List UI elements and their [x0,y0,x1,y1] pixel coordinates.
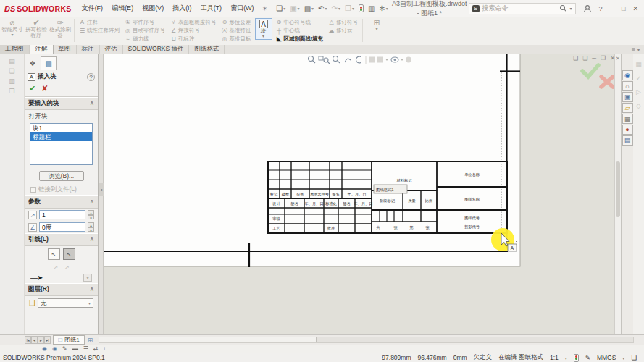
horizontal-scrollbar[interactable] [99,337,634,343]
feature-tree-flyout-icon[interactable]: ❐ [8,88,17,95]
hide-edge-icon[interactable]: ⇄ [93,345,99,352]
vertical-scroll-thumb[interactable] [616,161,620,217]
hide-show-items-icon[interactable] [377,57,383,63]
view-palette-icon[interactable]: ▦ [622,114,633,124]
zoom-fit-icon[interactable] [309,56,314,62]
print-button[interactable]: ▤▾ [302,3,316,14]
pin-menu-icon[interactable]: ✶ [262,5,268,12]
panel-collapse-handle[interactable]: ◂ [99,183,104,196]
maximize-button[interactable]: □ [622,5,625,12]
tab-evaluate[interactable]: 评估 [100,45,123,54]
undo-button[interactable]: ↶▾ [316,3,329,14]
ribbon-item-magnetic-line[interactable]: ≈磁力线 [123,35,167,43]
ribbon-item-smart-dimension[interactable]: ⌀ 智能尺寸 ▾ [1,18,23,37]
feature-tree-flyout-icon[interactable]: ❏ [8,67,17,75]
doc-minimize-button[interactable]: ─ [592,55,596,62]
arrowhead-style-icon[interactable]: —➤ [30,274,81,282]
hide-show-annotations-icon[interactable]: ◉ [42,345,47,352]
sheet-scale-value[interactable]: 1:1 [550,354,559,361]
options-button[interactable]: ✻▾ [377,3,390,14]
leader-bent-icon[interactable]: ↗ [64,264,70,271]
ribbon-options-icon[interactable]: ≡ [632,46,635,53]
drawing-canvas[interactable]: 标记 处数 分区 更改文件号 签名 年、月、日 设计 签名 年、月、日 标准化 … [104,54,614,334]
select-button[interactable]: ❐▾ [343,3,356,14]
ribbon-item-linear-note-pattern[interactable]: ☰线性注释阵列 [78,27,121,35]
group-parameters[interactable]: 参数 ∧ [25,195,98,209]
line-color-icon[interactable]: ✎ [62,345,67,352]
doc-page-icon[interactable]: ❏ [573,55,578,62]
line-style-icon[interactable]: ☰ [83,345,88,352]
browse-button[interactable]: 浏览(B)... [39,171,84,181]
tab-drawing[interactable]: 工程图 [0,45,30,54]
tab-annotation[interactable]: 注解 [30,45,54,54]
no-leader-toggle-selected[interactable]: ↖ [63,248,75,260]
tab-sheet-format[interactable]: 图纸格式 [189,45,225,54]
redraw-icon[interactable] [356,56,361,63]
menu-edit[interactable]: 编辑(E) [107,1,138,16]
ribbon-item-note[interactable]: A注释 [78,18,121,27]
panel-splitter[interactable]: ◂ [99,54,104,334]
ribbon-item-spell-checker[interactable]: ✔ 拼写检验程序 [25,18,47,39]
edit-sheet-format-icon[interactable]: ✎ [585,354,590,361]
layer-select[interactable]: 无 ▾ [38,298,93,308]
ribbon-item-center-mark[interactable]: ⊕中心符号线 [275,18,325,27]
scale-spinner[interactable]: ▴▾ [88,210,94,219]
ribbon-item-revision-symbol[interactable]: △修订符号 [327,18,359,27]
zoom-area-icon[interactable] [319,56,323,60]
ribbon-item-block-active[interactable]: A 块 ▾ [255,18,272,40]
ribbon-item-weld-symbol[interactable]: ∠焊接符号 [169,27,218,35]
file-properties-button[interactable]: ▥ [366,3,377,14]
display-style-icon[interactable] [369,57,375,63]
scroll-close-icon[interactable]: ✕ [615,54,621,62]
list-item-block1[interactable]: 块1 [30,124,92,132]
doc-restore-button[interactable]: ❐ [601,55,606,62]
sheet-tab-active[interactable]: ❏ 图纸1 [53,335,85,345]
ribbon-options-dropdown-icon[interactable]: ▾ [637,47,640,52]
leader-toggle[interactable]: ↖ [48,248,60,260]
dropdown-icon[interactable] [401,59,403,61]
group-blocks-to-insert[interactable]: 要插入的块 ∧ [25,97,98,110]
next-sheet-button[interactable]: ▸ [38,336,44,344]
doc-page-icon[interactable]: ❏ [582,55,587,62]
ribbon-item-revision-cloud[interactable]: ☁修订云 [327,27,359,35]
ribbon-item-gtol[interactable]: ⊕形位公差 [220,18,253,27]
units-dropdown-icon[interactable]: ▾ [622,355,624,361]
group-leader[interactable]: 引线(L) ∧ [25,233,98,246]
horizontal-scroll-thumb[interactable] [99,337,317,342]
last-sheet-button[interactable]: ▸| [44,336,51,344]
menu-tools[interactable]: 工具(T) [196,1,227,16]
redo-button[interactable]: ↷▾ [330,3,343,14]
minimize-button[interactable]: ─ [610,5,614,12]
rotation-spinner[interactable]: ▴▾ [88,222,94,232]
group-layer[interactable]: 图层(R) ∧ [25,283,98,296]
pm-ok-icon[interactable]: ✔ [29,84,35,93]
tab-sketch[interactable]: 草图 [54,45,77,54]
ribbon-item-auto-balloon[interactable]: ◎自动零件序号 [123,27,167,35]
list-item-title-block-selected[interactable]: 标题栏 [30,132,92,141]
confirmation-corner[interactable] [582,65,613,87]
ribbon-item-surface-finish[interactable]: √表面粗糙度符号 [169,18,218,27]
menu-insert[interactable]: 插入(I) [168,1,196,16]
prev-sheet-button[interactable]: ◂ [31,336,38,344]
view-orientation-icon[interactable] [406,57,411,63]
unit-system-value[interactable]: MMGS [597,354,616,361]
scale-dropdown-icon[interactable]: ▾ [565,355,567,361]
ribbon-item-tables[interactable]: ⊞ ▾ [366,18,388,31]
ribbon-item-area-hatch[interactable]: ◣区域剖面线/填充 [275,35,325,43]
feature-tree-flyout-icon[interactable]: ▥ [8,77,17,85]
hide-show-annotations-icon[interactable]: ◉ [52,345,57,352]
pm-cancel-icon[interactable]: ✘ [41,84,48,93]
search-icon[interactable] [559,4,567,12]
feature-tree-flyout-icon[interactable]: ▤ [8,57,17,64]
login-user-icon[interactable] [583,4,592,13]
vertical-scrollbar[interactable]: ✕ [614,54,621,334]
zoom-inout-icon[interactable] [333,56,338,62]
menu-window[interactable]: 窗口(W) [226,1,259,16]
feature-manager-tab[interactable]: ❖ [25,56,41,70]
solidworks-resources-icon[interactable]: ◉ [622,70,633,80]
menu-file[interactable]: 文件(F) [78,1,108,16]
ribbon-item-balloon[interactable]: ①零件序号 [123,18,167,27]
file-explorer-icon[interactable]: ▱ [622,103,633,113]
link-to-file-checkbox[interactable]: 链接到文件(L) [25,181,98,195]
pan-icon[interactable] [345,59,351,62]
